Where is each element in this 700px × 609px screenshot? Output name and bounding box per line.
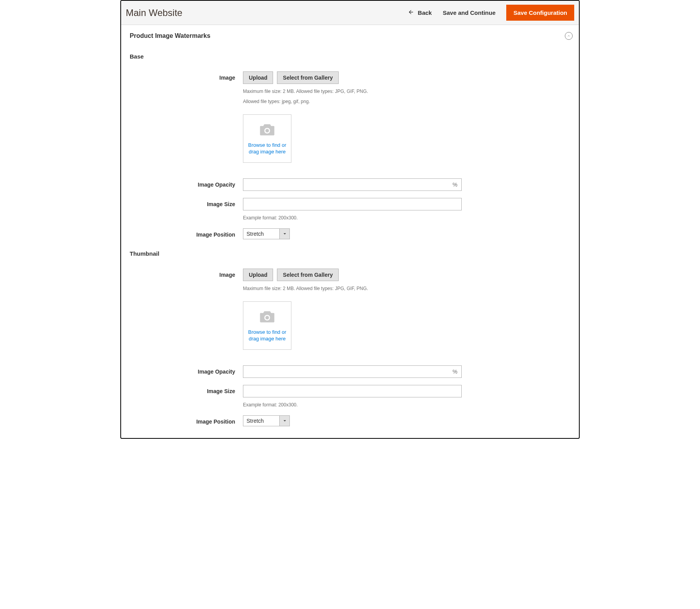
- arrow-left-icon: [408, 9, 414, 16]
- position-select-thumbnail[interactable]: Stretch: [243, 415, 290, 426]
- camera-icon: [259, 122, 276, 138]
- page-header: Main Website Back Save and Continue Save…: [121, 1, 579, 25]
- opacity-input-wrap-thumbnail: %: [243, 365, 462, 378]
- label-size-base: Image Size: [130, 198, 243, 221]
- size-input-base[interactable]: [243, 198, 462, 210]
- save-continue-button[interactable]: Save and Continue: [443, 9, 495, 16]
- chevron-down-icon: [279, 416, 289, 426]
- header-actions: Back Save and Continue Save Configuratio…: [408, 5, 574, 21]
- label-opacity-base: Image Opacity: [130, 178, 243, 191]
- position-value-base: Stretch: [243, 229, 279, 239]
- field-image-base: Upload Select from Gallery Maximum file …: [243, 71, 462, 163]
- dropzone-base[interactable]: Browse to find or drag image here: [243, 114, 291, 163]
- upload-button-thumbnail[interactable]: Upload: [243, 269, 273, 281]
- opacity-unit-base: %: [449, 179, 461, 191]
- opacity-input-base[interactable]: [243, 179, 449, 191]
- content: Product Image Watermarks Base Image Uplo…: [121, 25, 579, 438]
- position-select-base[interactable]: Stretch: [243, 228, 290, 239]
- opacity-input-wrap-base: %: [243, 178, 462, 191]
- field-image-thumbnail: Upload Select from Gallery Maximum file …: [243, 269, 462, 350]
- label-image-base: Image: [130, 71, 243, 163]
- note-size-thumbnail: Example format: 200x300.: [243, 401, 462, 408]
- gallery-button-thumbnail[interactable]: Select from Gallery: [277, 269, 339, 281]
- dropzone-text-thumbnail: Browse to find or drag image here: [245, 329, 289, 342]
- camera-icon: [259, 309, 276, 325]
- group-title-base: Base: [130, 53, 573, 60]
- position-value-thumbnail: Stretch: [243, 416, 279, 426]
- back-label: Back: [418, 9, 432, 16]
- collapse-toggle[interactable]: [565, 32, 573, 40]
- size-input-thumbnail[interactable]: [243, 385, 462, 397]
- group-title-thumbnail: Thumbnail: [130, 250, 573, 257]
- gallery-button-base[interactable]: Select from Gallery: [277, 71, 339, 84]
- opacity-unit-thumbnail: %: [449, 366, 461, 378]
- svg-point-3: [265, 316, 269, 319]
- section-title: Product Image Watermarks: [130, 32, 211, 39]
- label-opacity-thumbnail: Image Opacity: [130, 365, 243, 378]
- note-size-base: Example format: 200x300.: [243, 214, 462, 221]
- label-image-thumbnail: Image: [130, 269, 243, 350]
- note-filetypes-base: Allowed file types: jpeg, gif, png.: [243, 98, 462, 105]
- save-configuration-button[interactable]: Save Configuration: [506, 5, 574, 21]
- label-size-thumbnail: Image Size: [130, 385, 243, 408]
- opacity-input-thumbnail[interactable]: [243, 366, 449, 378]
- dropzone-thumbnail[interactable]: Browse to find or drag image here: [243, 301, 291, 350]
- dropzone-text-base: Browse to find or drag image here: [245, 142, 289, 155]
- label-position-base: Image Position: [130, 228, 243, 239]
- note-filesize-thumbnail: Maximum file size: 2 MB. Allowed file ty…: [243, 285, 462, 292]
- chevron-down-icon: [279, 229, 289, 239]
- page-title: Main Website: [126, 7, 182, 18]
- note-filesize-base: Maximum file size: 2 MB. Allowed file ty…: [243, 88, 462, 95]
- back-button[interactable]: Back: [408, 9, 432, 16]
- section-header: Product Image Watermarks: [130, 32, 573, 40]
- label-position-thumbnail: Image Position: [130, 415, 243, 426]
- chevron-up-icon: [567, 33, 571, 39]
- upload-button-base[interactable]: Upload: [243, 71, 273, 84]
- svg-point-1: [265, 129, 269, 132]
